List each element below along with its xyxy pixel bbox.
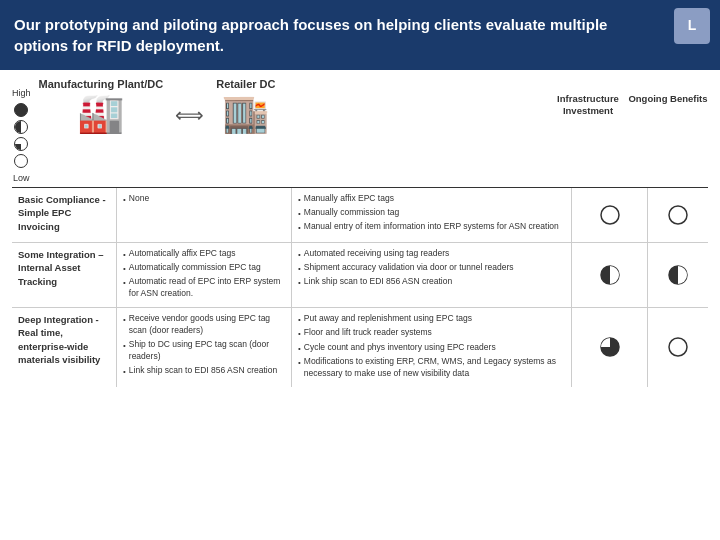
axis-icon-1 xyxy=(14,103,28,117)
axis-icon-4 xyxy=(14,154,28,168)
table-row: Basic Compliance - Simple EPC Invoicing … xyxy=(12,188,708,243)
row3-mid: •Receive vendor goods using EPC tag scan… xyxy=(117,308,292,386)
axis-icon-2 xyxy=(14,120,28,134)
table: Basic Compliance - Simple EPC Invoicing … xyxy=(12,187,708,532)
infra-label: Infrastructure Investment xyxy=(548,93,628,118)
plant-label: Manufacturing Plant/DC xyxy=(39,78,164,90)
plants-area: Manufacturing Plant/DC 🏭 ⟺ Retailer DC 🏬… xyxy=(39,78,708,132)
store-icon: 🏬 xyxy=(222,94,269,132)
row2-ongoing-icon xyxy=(648,243,708,307)
retailer-block: Retailer DC 🏬 xyxy=(216,78,275,132)
retailer-label: Retailer DC xyxy=(216,78,275,90)
axis-area: High Low xyxy=(12,78,31,183)
row2-right: •Automated receiving using tag readers •… xyxy=(292,243,572,307)
axis-high-label: High xyxy=(12,88,31,98)
arrow-icon: ⟺ xyxy=(175,83,204,127)
row1-ongoing-icon xyxy=(648,188,708,242)
row1-mid: • None xyxy=(117,188,292,242)
row2-infra-icon xyxy=(572,243,648,307)
header-logo: L xyxy=(674,8,710,44)
manufacturing-plant-block: Manufacturing Plant/DC 🏭 xyxy=(39,78,164,132)
svg-point-0 xyxy=(601,206,619,224)
row3-right: •Put away and replenishment using EPC ta… xyxy=(292,308,572,386)
table-row: Some Integration – Internal Asset Tracki… xyxy=(12,243,708,308)
row1-title: Basic Compliance - Simple EPC Invoicing xyxy=(12,188,117,242)
row2-title: Some Integration – Internal Asset Tracki… xyxy=(12,243,117,307)
ongoing-label: Ongoing Benefits xyxy=(628,93,708,118)
header: Our prototyping and piloting approach fo… xyxy=(0,0,720,70)
svg-point-5 xyxy=(669,338,687,356)
row3-title: Deep Integration - Real time, enterprise… xyxy=(12,308,117,386)
row1-infra-icon xyxy=(572,188,648,242)
axis-low-label: Low xyxy=(13,173,30,183)
row3-infra-icon xyxy=(572,308,648,386)
right-labels: Infrastructure Investment Ongoing Benefi… xyxy=(548,93,708,118)
table-row: Deep Integration - Real time, enterprise… xyxy=(12,308,708,386)
header-title: Our prototyping and piloting approach fo… xyxy=(14,16,607,54)
svg-point-1 xyxy=(669,206,687,224)
axis-icon-3 xyxy=(14,137,28,151)
row3-ongoing-icon xyxy=(648,308,708,386)
row1-right: •Manually affix EPC tags •Manually commi… xyxy=(292,188,572,242)
row2-mid: •Automatically affix EPC tags •Automatic… xyxy=(117,243,292,307)
factory-icon: 🏭 xyxy=(77,94,124,132)
